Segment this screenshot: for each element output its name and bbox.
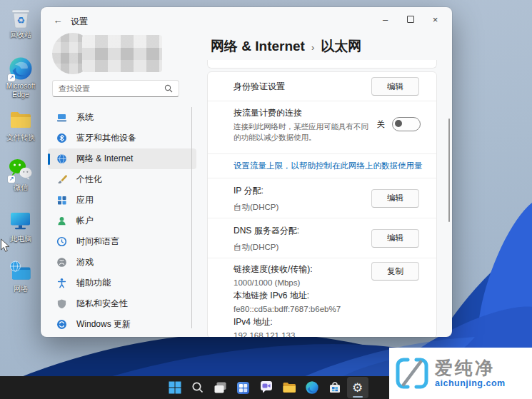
back-button[interactable]: ← <box>51 13 65 27</box>
windows-start-icon <box>168 380 182 395</box>
taskbar-settings-button[interactable]: ⚙ <box>347 377 368 398</box>
desktop-icon-label: 文件转换 <box>1 133 40 142</box>
account-name-blurred <box>82 35 162 72</box>
breadcrumb-current: 以太网 <box>321 37 361 56</box>
ipv4-label: IPv4 地址: <box>234 316 436 328</box>
network-folder-icon <box>8 258 34 284</box>
task-view-button[interactable] <box>210 377 231 398</box>
ip-edit-button[interactable]: 编辑 <box>371 189 419 208</box>
file-explorer-button[interactable] <box>278 377 300 398</box>
task-view-icon <box>214 381 227 395</box>
copy-button[interactable]: 复制 <box>371 262 419 281</box>
folder-icon <box>8 107 34 133</box>
metered-description: 连接到此网络时，某些应用可能具有不同的功能以减少数据使用。 <box>234 121 369 143</box>
dns-assignment-row: DNS 服务器分配: 自动(DHCP) 编辑 <box>208 218 436 258</box>
toggle-knob <box>395 120 402 127</box>
content-scrollbar[interactable] <box>448 118 450 222</box>
chat-button[interactable] <box>256 377 277 398</box>
data-limit-row: 设置流量上限，以帮助控制在此网络上的数据使用量 <box>208 153 436 178</box>
shortcut-arrow-badge: ↗ <box>8 74 15 81</box>
sidebar-item-label: 帐户 <box>76 215 94 227</box>
sidebar-item-accounts[interactable]: 帐户 <box>48 211 196 231</box>
mouse-cursor <box>0 238 11 253</box>
ipv6-label: 本地链接 IPv6 地址: <box>234 290 436 302</box>
maximize-icon <box>407 16 414 23</box>
sidebar-item-apps[interactable]: 应用 <box>48 190 196 211</box>
sidebar-item-label: 个性化 <box>76 173 102 186</box>
person-icon <box>56 216 67 226</box>
titlebar[interactable]: ← 设置 – × <box>41 7 452 33</box>
data-limit-link[interactable]: 设置流量上限，以帮助控制在此网络上的数据使用量 <box>234 161 423 171</box>
sidebar-item-privacy-security[interactable]: 隐私和安全性 <box>48 293 196 314</box>
sidebar-scrollbar[interactable] <box>191 107 192 328</box>
sidebar-item-system[interactable]: 系统 <box>48 107 196 128</box>
watermark-banner: 爱纯净 aichunjing.com <box>389 348 532 399</box>
search-icon <box>164 84 173 93</box>
chat-icon <box>259 380 273 395</box>
dns-edit-button[interactable]: 编辑 <box>371 229 419 248</box>
widgets-button[interactable] <box>233 377 254 398</box>
watermark-domain: aichunjing.com <box>435 378 506 388</box>
shortcut-arrow-badge: ↗ <box>8 176 15 183</box>
sidebar-item-windows-update[interactable]: Windows 更新 <box>48 314 196 335</box>
authentication-row: 身份验证设置 编辑 <box>208 72 436 101</box>
breadcrumb-root[interactable]: 网络 & Internet <box>211 37 305 56</box>
sidebar-item-label: 游戏 <box>76 256 94 268</box>
file-explorer-icon <box>282 380 296 395</box>
desktop-icon-recycle-bin[interactable]: ♻ 回收站 <box>1 4 40 39</box>
store-button[interactable] <box>324 377 346 398</box>
settings-window: ← 设置 – × 查找设置 系统 <box>41 7 452 337</box>
sidebar-item-time-language[interactable]: 时间和语言 <box>48 231 196 252</box>
sidebar-item-label: Windows 更新 <box>76 318 131 330</box>
window-title: 设置 <box>71 16 88 28</box>
toggle-state-label: 关 <box>377 119 386 130</box>
desktop-icon-label: 微信 <box>1 183 40 192</box>
desktop-icon-network[interactable]: 网络 <box>1 258 40 293</box>
globe-icon <box>56 153 67 164</box>
accessibility-person-icon <box>56 278 67 288</box>
sidebar-item-network-internet[interactable]: 网络 & Internet <box>48 148 196 169</box>
this-pc-icon <box>8 208 34 234</box>
metered-connection-row: 按流量计费的连接 连接到此网络时，某些应用可能具有不同的功能以减少数据使用。 关 <box>208 101 436 153</box>
sidebar-item-label: 蓝牙和其他设备 <box>76 132 136 144</box>
desktop-icon-wechat[interactable]: ↗ 微信 <box>1 157 40 192</box>
ipv4-value: 192.168.121.133 <box>234 331 436 337</box>
maximize-button[interactable] <box>398 11 423 28</box>
metered-connection-toggle[interactable] <box>392 117 421 131</box>
ip-assignment-row: IP 分配: 自动(DHCP) 编辑 <box>208 178 436 218</box>
settings-search-input[interactable]: 查找设置 <box>52 80 179 97</box>
watermark-brand: 爱纯净 <box>435 358 506 378</box>
card-partial-top <box>207 60 437 69</box>
sidebar-item-gaming[interactable]: 游戏 <box>48 252 196 273</box>
desktop-icon-edge[interactable]: ↗ Microsoft Edge <box>1 56 40 99</box>
sidebar-item-accessibility[interactable]: 辅助功能 <box>48 273 196 293</box>
breadcrumb: 网络 & Internet › 以太网 <box>211 37 361 56</box>
minimize-button[interactable]: – <box>373 11 398 28</box>
sidebar: 查找设置 系统 蓝牙和其他设备 网络 & Internet <box>41 33 204 337</box>
sidebar-item-personalization[interactable]: 个性化 <box>48 169 196 190</box>
desktop-icon-label: 网络 <box>1 285 40 293</box>
ipv6-value: fe80::cd5a:bdff:7687:b6eb%7 <box>234 305 436 313</box>
desktop-icon-label: 回收站 <box>1 31 40 39</box>
desktop-icon-folder[interactable]: 文件转换 <box>1 107 40 142</box>
desktop: ♻ 回收站 ↗ Microsoft Edge <box>0 0 532 399</box>
search-placeholder: 查找设置 <box>59 84 164 94</box>
taskbar-search-button[interactable] <box>187 377 209 398</box>
update-icon <box>56 319 67 330</box>
watermark-logo-icon <box>394 355 430 391</box>
sidebar-item-bluetooth-devices[interactable]: 蓝牙和其他设备 <box>48 128 196 148</box>
edge-icon: ↗ <box>8 56 34 81</box>
store-icon <box>328 380 342 395</box>
authentication-edit-button[interactable]: 编辑 <box>371 77 419 96</box>
sidebar-item-label: 网络 & Internet <box>76 153 133 165</box>
wechat-icon: ↗ <box>8 157 34 183</box>
brush-icon <box>56 174 67 185</box>
desktop-icon-label: Microsoft Edge <box>1 82 40 99</box>
edge-icon <box>305 380 319 395</box>
sidebar-item-label: 应用 <box>76 194 94 206</box>
close-button[interactable]: × <box>423 11 448 28</box>
edge-button[interactable] <box>301 377 323 398</box>
sidebar-item-label: 系统 <box>76 111 94 123</box>
start-button[interactable] <box>164 377 186 398</box>
gear-icon: ⚙ <box>352 382 363 394</box>
